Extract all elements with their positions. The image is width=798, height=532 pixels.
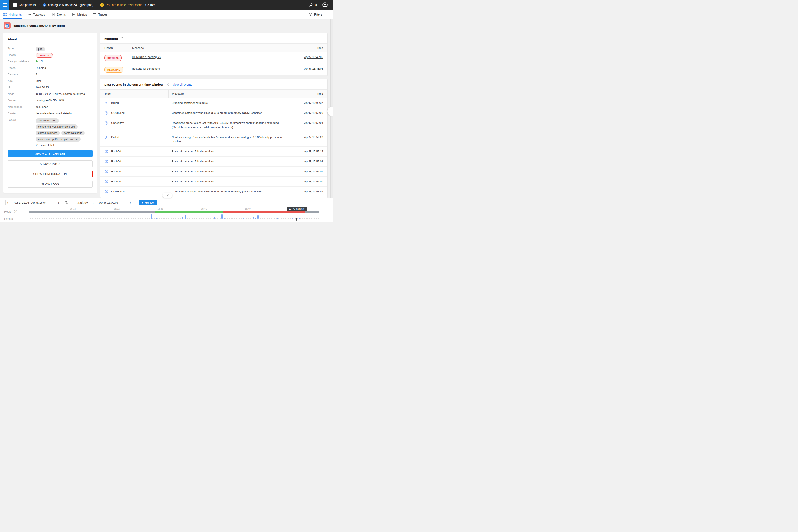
event-count-bar (224, 217, 225, 219)
label-pill: domain:business (36, 131, 60, 135)
monitor-status-badge: DEVIATING (104, 67, 124, 73)
event-time-link[interactable]: Apr 5, 15:52:02 (304, 160, 323, 163)
range-prev-button[interactable]: ‹ (5, 200, 10, 206)
alert-circle-icon (104, 160, 108, 164)
show-status-button[interactable]: SHOW STATUS (8, 160, 93, 167)
go-live-label: Go live (145, 201, 154, 204)
zoom-out-icon (65, 201, 68, 204)
go-live-button[interactable]: ▶ Go live (139, 200, 157, 206)
alert-circle-icon (104, 170, 108, 173)
monitors-card: Monitors ? Health Message Time CRITICAL … (100, 33, 327, 76)
entity-header: catalogue-69b58cb649-gjl5v (pod) (4, 22, 65, 29)
event-time-link[interactable]: Apr 5, 15:52:28 (304, 136, 323, 139)
labels-list: api_service:truecomponent-type:kubernete… (36, 118, 93, 141)
monitor-message-link[interactable]: Restarts for containers (132, 67, 160, 70)
events-table-body: Killing Stopping container catalogue Apr… (100, 98, 327, 197)
label-pill: api_service:true (36, 118, 59, 123)
about-row-ready: Ready containers 1/1 (8, 59, 93, 65)
more-labels-link[interactable]: +15 more labels (36, 144, 55, 147)
breadcrumb-components[interactable]: Components (13, 3, 36, 7)
event-time-link[interactable]: Apr 5, 16:00:37 (304, 101, 323, 104)
traces-icon (93, 13, 97, 16)
tab-traces[interactable]: Traces (93, 10, 107, 19)
tab-topology[interactable]: Topology (28, 10, 45, 19)
tab-metrics[interactable]: Metrics (72, 10, 87, 19)
event-time-link[interactable]: Apr 5, 15:52:00 (304, 180, 323, 183)
filters-button[interactable]: Filters ⌄ (309, 13, 332, 16)
monitor-message-link[interactable]: OOM Killed (catalogue) (132, 55, 161, 59)
breadcrumb-label: Components (19, 3, 36, 6)
events-help-icon[interactable]: ? (166, 83, 169, 86)
event-type: BackOff (111, 169, 121, 174)
events-table-header: Type Message Time (100, 89, 327, 98)
topology-time-value: Apr 5, 16:00:09 (99, 201, 118, 204)
table-row: DEVIATING Restarts for containers Apr 5,… (100, 64, 327, 76)
about-row-owner: Owner catalogue-69b58cb649 (8, 98, 93, 104)
about-row-phase: Phase Running (8, 65, 93, 72)
tab-label: Metrics (77, 13, 87, 16)
owner-link[interactable]: catalogue-69b58cb649 (36, 99, 64, 102)
event-time-link[interactable]: Apr 5, 15:52:14 (304, 150, 323, 153)
view-all-events-link[interactable]: View all events (172, 83, 192, 86)
time-range-dropdown[interactable]: Apr 5, 15:04 - Apr 5, 16:04 ⌄ (12, 200, 53, 206)
table-row: Unhealthy Readiness probe failed: Get "h… (100, 118, 327, 132)
event-time-link[interactable]: Apr 5, 15:51:59 (304, 190, 323, 193)
label-pill: name:catalogue (61, 131, 84, 135)
table-row: BackOff Back-off restarting failed conta… (100, 167, 327, 177)
topology-time-next-button[interactable]: › (128, 200, 133, 206)
alert-circle-icon (104, 111, 108, 115)
breadcrumb-entity[interactable]: catalogue-69b58cb649-gjl5v (pod) (43, 3, 93, 7)
tab-events[interactable]: Events (52, 10, 66, 19)
monitors-title: Monitors (104, 37, 118, 40)
chevron-down-icon: ⌄ (326, 13, 327, 16)
tab-label: Highlights (8, 13, 21, 16)
monitors-table-header: Health Message Time (100, 43, 327, 52)
table-row: BackOff Back-off restarting failed conta… (100, 147, 327, 157)
pin-count: 0 (315, 3, 317, 6)
pin-icon[interactable] (309, 3, 313, 7)
avatar[interactable] (322, 2, 328, 8)
event-count-bar (151, 214, 152, 219)
event-message: Back-off restarting failed container (168, 177, 288, 187)
alert-circle-icon (104, 121, 108, 125)
tab-label: Traces (98, 13, 107, 16)
label-pill: component-type:kubernetes-pod (36, 125, 78, 129)
event-message: Readiness probe failed: Get "http://10.0… (168, 118, 288, 132)
time-travel-text: You are in time travel mode. (106, 3, 143, 6)
event-message: Stopping container catalogue (168, 98, 288, 108)
event-time-link[interactable]: Apr 5, 15:59:00 (304, 111, 323, 114)
topology-time-prev-button[interactable]: ‹ (91, 200, 95, 206)
event-type: Pulled (111, 135, 119, 139)
menu-icon[interactable] (0, 0, 10, 10)
zoom-out-button[interactable] (63, 200, 69, 206)
event-count-bar (291, 217, 293, 219)
tab-highlights[interactable]: Highlights (3, 10, 21, 19)
about-card: About Type pod Health CRITICAL Ready con… (3, 33, 97, 193)
event-count-bar (214, 217, 215, 219)
events-row-label: Events (4, 217, 13, 221)
monitors-table-body: CRITICAL OOM Killed (catalogue) Apr 5, 1… (100, 52, 327, 76)
show-logs-button[interactable]: SHOW LOGS (8, 181, 93, 188)
label-pill: node-name:ip-10-...ompute.internal (36, 137, 80, 141)
monitor-time-link[interactable]: Apr 5, 15:45:06 (304, 55, 323, 59)
expand-events-tab[interactable] (163, 193, 172, 198)
event-count-bar (255, 217, 256, 219)
collapse-panel-handle[interactable]: ‹ (327, 107, 332, 116)
show-configuration-button[interactable]: SHOW CONFIGURATION (8, 171, 93, 177)
health-help-icon[interactable]: ? (14, 210, 17, 213)
monitors-help-icon[interactable]: ? (120, 37, 124, 40)
warning-icon: ! (100, 3, 104, 7)
time-marker-handle[interactable] (297, 218, 297, 221)
events-title: Last events in the current time window (104, 83, 164, 86)
ready-dot-icon (36, 60, 38, 62)
topology-time-dropdown[interactable]: Apr 5, 16:00:09 ⌄ (97, 200, 127, 206)
event-time-link[interactable]: Apr 5, 15:56:04 (304, 121, 323, 125)
about-row-restarts: Restarts 3 (8, 72, 93, 79)
last-events-card: Last events in the current time window ?… (100, 79, 327, 197)
event-time-link[interactable]: Apr 5, 15:52:01 (304, 170, 323, 173)
pod-badge-icon (4, 22, 11, 29)
range-next-button[interactable]: › (56, 200, 61, 206)
show-last-change-button[interactable]: SHOW LAST CHANGE (8, 150, 93, 157)
monitor-time-link[interactable]: Apr 5, 15:46:06 (304, 67, 323, 70)
go-live-link[interactable]: Go live (145, 3, 155, 6)
